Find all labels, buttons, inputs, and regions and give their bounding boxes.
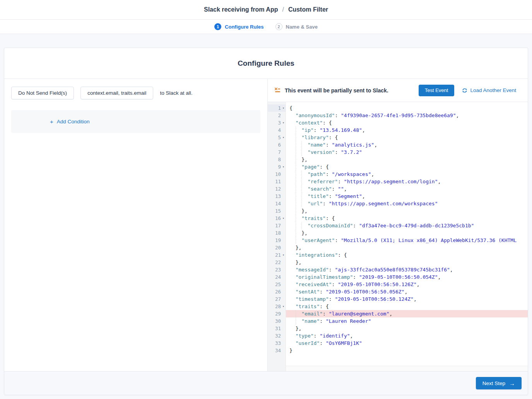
- line-number: 15: [275, 207, 281, 215]
- event-status-text: This event will be partially sent to Sla…: [285, 87, 388, 94]
- next-step-label: Next Step: [482, 380, 505, 386]
- code-line: 27"timestamp": "2019-05-10T00:56:50.124Z…: [268, 295, 528, 303]
- line-number: 31: [275, 325, 281, 332]
- line-number: 12: [275, 185, 281, 193]
- event-status-bar: This event will be partially sent to Sla…: [268, 79, 528, 102]
- code-line: 30"name": "Lauren Reeder": [268, 317, 528, 325]
- code-line: 2"anonymousId": "4f9390ae-2657-4fe1-9d95…: [268, 112, 528, 119]
- code-line: 32"type": "identify",: [268, 332, 528, 339]
- code-line: 9▾"page": {: [268, 163, 528, 171]
- line-number: 13: [275, 193, 281, 200]
- load-another-event-label: Load Another Event: [470, 87, 516, 93]
- rule-action-button[interactable]: Do Not Send Field(s): [11, 87, 74, 99]
- code-line: 23"messageId": "ajs-33ffc2ac0a550e8f0537…: [268, 266, 528, 273]
- code-line: 13"title": "Segment",: [268, 193, 528, 200]
- step-bar: 1 Configure Rules 2 Name & Save: [0, 20, 532, 34]
- load-another-event-button[interactable]: Load Another Event: [462, 87, 516, 93]
- add-condition-label: Add Condition: [57, 119, 90, 124]
- page-title: Configure Rules: [238, 59, 294, 68]
- line-number: 28: [275, 303, 281, 310]
- breadcrumb-source[interactable]: Slack receiving from App: [204, 6, 278, 13]
- line-number: 9: [278, 163, 281, 171]
- fold-toggle-icon[interactable]: ▾: [281, 303, 286, 310]
- add-condition-button[interactable]: + Add Condition: [50, 119, 90, 124]
- card-footer: Next Step →: [4, 371, 528, 395]
- breadcrumb-separator: /: [282, 6, 284, 13]
- line-number: 25: [275, 281, 281, 288]
- code-line: 33"userId": "OsY6MFBj1K": [268, 339, 528, 347]
- code-line: 15},: [268, 207, 528, 215]
- line-number: 4: [278, 126, 281, 134]
- test-event-button[interactable]: Test Event: [419, 85, 455, 96]
- step-name-and-save[interactable]: 2 Name & Save: [275, 23, 318, 30]
- code-line: 34}: [268, 347, 528, 354]
- title-bar: Slack receiving from App / Custom Filter: [0, 0, 532, 20]
- line-number: 7: [278, 148, 281, 156]
- line-number: 22: [275, 259, 281, 266]
- fold-toggle-icon[interactable]: ▾: [281, 104, 286, 112]
- line-number: 26: [275, 288, 281, 295]
- line-number: 1: [278, 104, 281, 112]
- line-number: 29: [275, 310, 281, 317]
- code-line: 20},: [268, 244, 528, 251]
- fold-toggle-icon[interactable]: ▾: [281, 251, 286, 259]
- next-step-button[interactable]: Next Step →: [476, 377, 522, 389]
- code-line: 1▾{: [268, 104, 528, 112]
- line-number: 20: [275, 244, 281, 251]
- code-line: 18},: [268, 229, 528, 237]
- code-line: 29"email": "lauren@segment.com",: [268, 310, 528, 317]
- add-condition-panel: + Add Condition: [11, 110, 260, 133]
- line-number: 6: [278, 141, 281, 148]
- configure-rules-card: Configure Rules Do Not Send Field(s) con…: [4, 48, 528, 395]
- rule-builder-panel: Do Not Send Field(s) context.email, trai…: [4, 79, 267, 371]
- fold-toggle-icon[interactable]: ▾: [281, 215, 286, 222]
- line-number: 11: [275, 178, 281, 185]
- line-number: 19: [275, 237, 281, 244]
- step-2-label: Name & Save: [286, 24, 318, 30]
- line-number: 8: [278, 156, 281, 163]
- plus-icon: +: [50, 119, 53, 124]
- code-line: 22},: [268, 259, 528, 266]
- line-number: 23: [275, 266, 281, 273]
- arrow-right-icon: →: [509, 380, 515, 386]
- line-number: 21: [275, 251, 281, 259]
- code-line: 4"ip": "13.54.169.48",: [268, 126, 528, 134]
- line-number: 17: [275, 222, 281, 229]
- line-number: 14: [275, 200, 281, 207]
- line-number: 34: [275, 347, 281, 354]
- code-line: 16▾"traits": {: [268, 215, 528, 222]
- code-rows: 1▾{2"anonymousId": "4f9390ae-2657-4fe1-9…: [268, 102, 528, 366]
- code-line: 17"crossDomainId": "df3a47ee-bcc9-479d-a…: [268, 222, 528, 229]
- line-number: 18: [275, 229, 281, 237]
- code-line: 5▾"library": {: [268, 134, 528, 141]
- rule-fields-button[interactable]: context.email, traits.email: [80, 87, 153, 99]
- code-line: 3▾"context": {: [268, 119, 528, 126]
- event-preview-panel: This event will be partially sent to Sla…: [267, 79, 528, 371]
- code-line: 14"url": "https://app.segment.com/worksp…: [268, 200, 528, 207]
- code-line: 12"search": "",: [268, 185, 528, 193]
- code-line: 25"receivedAt": "2019-05-10T00:56:50.126…: [268, 281, 528, 288]
- fold-toggle-icon[interactable]: ▾: [281, 119, 286, 126]
- rule-row: Do Not Send Field(s) context.email, trai…: [11, 87, 260, 99]
- line-number: 33: [275, 339, 281, 347]
- fold-toggle-icon[interactable]: ▾: [281, 163, 286, 171]
- breadcrumb-current: Custom Filter: [288, 6, 328, 13]
- event-json-editor[interactable]: 1▾{2"anonymousId": "4f9390ae-2657-4fe1-9…: [268, 102, 528, 371]
- filtered-event-icon: [274, 87, 281, 94]
- line-number: 10: [275, 171, 281, 178]
- step-2-circle: 2: [275, 23, 282, 30]
- fold-toggle-icon[interactable]: ▾: [281, 134, 286, 141]
- code-line: 31},: [268, 325, 528, 332]
- code-line: 28▾"traits": {: [268, 303, 528, 310]
- code-line: 7"version": "3.7.2": [268, 148, 528, 156]
- step-configure-rules[interactable]: 1 Configure Rules: [214, 23, 263, 30]
- editor-bottom-strip: [286, 366, 528, 371]
- code-line: 10"path": "/workspaces",: [268, 171, 528, 178]
- line-number: 32: [275, 332, 281, 339]
- step-1-circle: 1: [214, 23, 221, 30]
- page-background: Configure Rules Do Not Send Field(s) con…: [0, 34, 532, 399]
- code-line: 8},: [268, 156, 528, 163]
- code-line: 6"name": "analytics.js",: [268, 141, 528, 148]
- code-line: 24"originalTimestamp": "2019-05-10T00:56…: [268, 273, 528, 281]
- code-line: 19"userAgent": "Mozilla/5.0 (X11; Linux …: [268, 237, 528, 244]
